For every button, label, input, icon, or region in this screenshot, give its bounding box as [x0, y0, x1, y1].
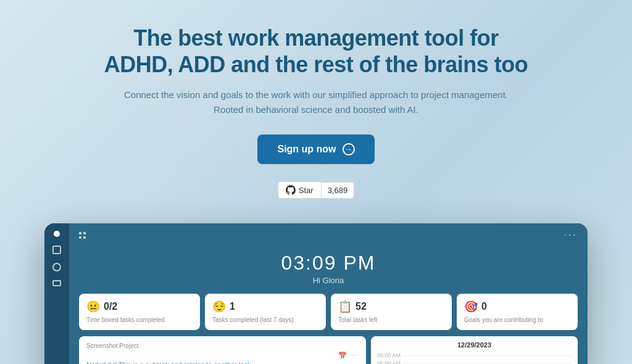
github-star-count: 3,689 — [321, 182, 355, 199]
calendar-time-0: 05:00 AM — [377, 352, 572, 358]
task-options-icon[interactable]: ⋯ — [352, 352, 359, 360]
app-topbar: ··· — [69, 223, 588, 247]
app-main-content: ··· 03:09 PM Hi Gloria 😐 0/2 Time boxed … — [69, 223, 588, 364]
current-time: 03:09 PM — [69, 252, 588, 275]
sidebar-icon-clock[interactable] — [52, 263, 61, 271]
hero-title: The best work management tool for ADHD, … — [12, 25, 620, 78]
task-panel[interactable]: Screenshot Project 📅 ⋯ Nailed it // This… — [79, 336, 366, 364]
stat-value-3: 0 — [481, 301, 487, 312]
stat-label-0: Time boxed tasks completed — [86, 316, 193, 324]
app-sidebar — [44, 223, 69, 364]
stat-emoji-1: 😌 — [212, 300, 226, 313]
stat-label-1: Tasks completed (last 7 days) — [212, 316, 318, 324]
stats-row: 😐 0/2 Time boxed tasks completed 😌 1 Tas… — [69, 294, 588, 330]
time-divider-0 — [403, 355, 572, 356]
stat-value-1: 1 — [230, 301, 235, 312]
stat-emoji-2: 📋 — [338, 300, 352, 313]
sidebar-icon-notes[interactable] — [52, 280, 61, 286]
greeting: Hi Gloria — [69, 276, 588, 285]
hero-section: The best work management tool for ADHD, … — [0, 0, 632, 211]
app-bottom-panels: Screenshot Project 📅 ⋯ Nailed it // This… — [69, 336, 588, 364]
github-star-widget[interactable]: Star 3,689 — [278, 181, 354, 199]
app-preview: ··· 03:09 PM Hi Gloria 😐 0/2 Time boxed … — [44, 223, 588, 364]
sidebar-icon-tasks[interactable] — [52, 246, 61, 254]
calendar-date: 12/29/2023 — [377, 341, 572, 349]
stat-value-2: 52 — [356, 301, 367, 312]
task-title: Nailed it // This is a subtask and relat… — [86, 361, 359, 364]
signup-button[interactable]: Sign up now → — [257, 134, 374, 164]
calendar-time-1: 06:00 AM — [377, 360, 572, 364]
stat-card-goals[interactable]: 🎯 0 Goals you are contributing to — [457, 294, 578, 330]
hero-subtitle: Connect the vision and goals to the work… — [12, 88, 620, 117]
stat-card-timebox[interactable]: 😐 0/2 Time boxed tasks completed — [79, 294, 200, 330]
stat-emoji-0: 😐 — [86, 300, 100, 313]
stat-card-total-tasks[interactable]: 📋 52 Total tasks left — [331, 294, 452, 330]
topbar-menu-icon[interactable]: ··· — [564, 230, 578, 241]
time-display: 03:09 PM Hi Gloria — [69, 247, 588, 294]
github-icon — [286, 185, 296, 195]
stat-emoji-3: 🎯 — [464, 300, 478, 313]
arrow-icon: → — [343, 143, 355, 155]
stat-label-2: Total tasks left — [338, 316, 444, 324]
stat-value-0: 0/2 — [104, 301, 117, 312]
calendar-icon: 📅 — [338, 352, 347, 360]
sidebar-icon-home[interactable] — [54, 231, 60, 237]
task-project-name: Screenshot Project — [86, 342, 359, 349]
topbar-grid-icon — [79, 232, 86, 239]
calendar-panel[interactable]: 12/29/2023 05:00 AM 06:00 AM — [371, 336, 578, 364]
stat-card-completed[interactable]: 😌 1 Tasks completed (last 7 days) — [205, 294, 326, 330]
stat-label-3: Goals you are contributing to — [464, 316, 570, 324]
github-star-button[interactable]: Star — [278, 181, 321, 199]
